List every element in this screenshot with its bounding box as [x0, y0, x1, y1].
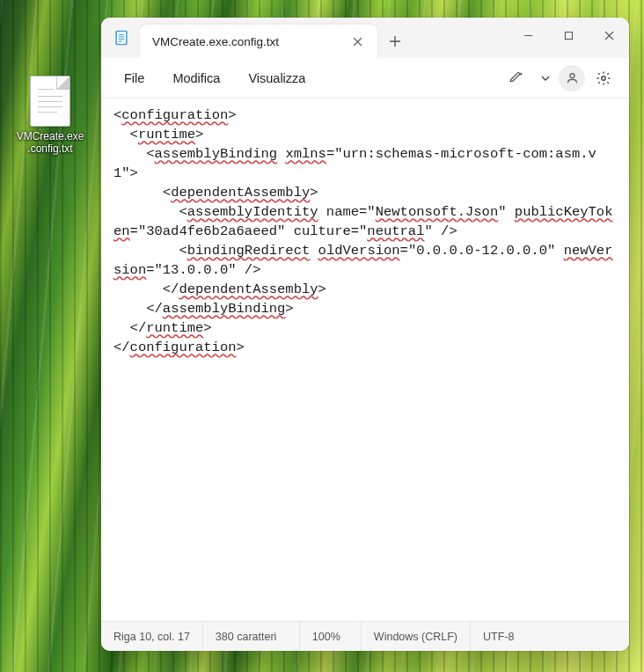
ai-dropdown-button[interactable]	[536, 63, 555, 93]
minimize-button[interactable]	[508, 18, 548, 53]
text-editor[interactable]: <configuration> <runtime> <assemblyBindi…	[101, 99, 629, 621]
menu-view[interactable]: Visualizza	[236, 66, 318, 91]
notepad-window: VMCreate.exe.config.txt	[101, 18, 629, 651]
desktop-file-label-line1: VMCreate.exe	[11, 130, 90, 142]
svg-rect-5	[119, 40, 122, 41]
new-tab-button[interactable]	[377, 25, 413, 58]
maximize-button[interactable]	[548, 18, 589, 53]
statusbar: Riga 10, col. 17 380 caratteri 100% Wind…	[101, 621, 629, 651]
account-button[interactable]	[559, 65, 585, 91]
svg-rect-3	[119, 36, 125, 37]
menubar: File Modifica Visualizza	[101, 58, 629, 99]
ai-rewrite-button[interactable]	[502, 63, 532, 93]
status-eol[interactable]: Windows (CRLF)	[362, 622, 471, 651]
text-file-icon	[30, 76, 70, 127]
desktop-background: VMCreate.exe .config.txt VMCreate.exe.co…	[0, 0, 644, 672]
svg-rect-6	[565, 32, 572, 39]
status-encoding[interactable]: UTF-8	[471, 622, 526, 651]
status-chars: 380 caratteri	[203, 622, 300, 651]
tab-close-button[interactable]	[346, 30, 369, 53]
desktop-file-label-line2: .config.txt	[11, 142, 90, 155]
svg-point-8	[602, 76, 606, 80]
svg-rect-2	[119, 34, 125, 35]
menu-file[interactable]: File	[112, 66, 157, 91]
svg-rect-4	[119, 39, 125, 40]
titlebar[interactable]: VMCreate.exe.config.txt	[101, 18, 629, 58]
status-zoom[interactable]: 100%	[300, 622, 362, 651]
notepad-app-icon	[112, 28, 131, 47]
tab-active[interactable]: VMCreate.exe.config.txt	[140, 25, 377, 58]
settings-button[interactable]	[589, 63, 618, 93]
svg-rect-1	[117, 32, 126, 43]
svg-point-7	[570, 74, 574, 78]
tab-title: VMCreate.exe.config.txt	[152, 35, 346, 48]
close-window-button[interactable]	[589, 18, 629, 53]
status-cursor[interactable]: Riga 10, col. 17	[101, 622, 203, 651]
menu-edit[interactable]: Modifica	[160, 66, 232, 91]
desktop-file-icon[interactable]: VMCreate.exe .config.txt	[11, 76, 90, 155]
